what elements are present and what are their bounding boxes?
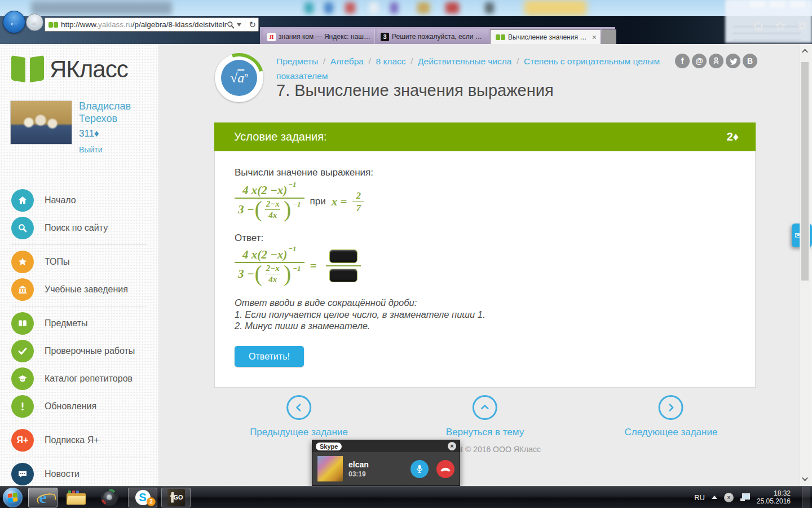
- blurred-window: [31, 1, 172, 15]
- sidebar-item-home[interactable]: Начало: [0, 186, 158, 214]
- skype-notification-badge: 2: [147, 497, 156, 506]
- mailru-icon[interactable]: @: [692, 54, 707, 68]
- logout-link[interactable]: Выйти: [79, 145, 102, 154]
- language-indicator[interactable]: RU: [694, 493, 705, 502]
- close-tab-icon[interactable]: ×: [592, 33, 597, 42]
- sidebar-item-subjects[interactable]: Предметы: [0, 309, 158, 337]
- facebook-icon[interactable]: f: [675, 54, 690, 68]
- forward-button[interactable]: →: [26, 14, 43, 31]
- sidebar-item-news[interactable]: Новости: [0, 460, 158, 488]
- sidebar-item-site-search[interactable]: Поиск по сайту: [0, 214, 158, 242]
- sidebar-nav: Начало Поиск по сайту ТОПы Учебные завед…: [0, 186, 158, 488]
- previous-task-button[interactable]: Предыдущее задание: [250, 395, 348, 438]
- taskbar-skype[interactable]: S 2: [128, 488, 157, 507]
- favorites-star-icon[interactable]: [774, 20, 787, 32]
- blurred-icon: [345, 2, 355, 14]
- tab-znanija[interactable]: 3 Решите пожалуйста, если не ...: [377, 29, 488, 44]
- submit-answer-button[interactable]: Ответить!: [235, 346, 304, 367]
- skype-call-popup[interactable]: Skype × elcan 03:19: [312, 440, 460, 486]
- book-icon: [11, 312, 34, 335]
- topic-icon: √an: [215, 54, 263, 102]
- divider: [11, 244, 147, 245]
- settings-gear-icon[interactable]: [796, 20, 809, 32]
- sidebar-item-tops[interactable]: ТОПы: [0, 248, 158, 275]
- taskbar-internet-explorer[interactable]: e: [28, 488, 58, 507]
- task-banner: Условие задания: 2♦: [214, 122, 756, 151]
- back-to-topic-button[interactable]: Вернуться в тему: [446, 395, 524, 438]
- breadcrumb-link[interactable]: Предметы: [276, 56, 330, 66]
- tab-yaklass-active[interactable]: Вычисление значения вы... ×: [490, 29, 601, 44]
- next-task-button[interactable]: Следующее задание: [625, 395, 718, 438]
- window-minimize-button-blurred[interactable]: [750, 1, 765, 8]
- taskbar-media-app[interactable]: [95, 488, 124, 507]
- sidebar-item-schools[interactable]: Учебные заведения: [0, 275, 158, 303]
- scrollbar-up-arrow[interactable]: [802, 49, 808, 53]
- mute-microphone-button[interactable]: [411, 460, 429, 478]
- bank-icon: [11, 278, 34, 301]
- search-icon[interactable]: [227, 21, 235, 29]
- blurred-icon: [390, 2, 398, 14]
- task-points-badge: 2♦: [727, 130, 739, 143]
- skype-titlebar[interactable]: Skype ×: [312, 440, 460, 452]
- blurred-icon: [417, 2, 430, 14]
- action-center-icon[interactable]: ×: [724, 493, 734, 502]
- vk-icon[interactable]: B: [743, 54, 757, 68]
- show-desktop-button[interactable]: [802, 487, 810, 508]
- url-dropdown-icon[interactable]: [237, 23, 241, 27]
- blurred-icon: [485, 2, 494, 14]
- taskbar-csgo[interactable]: GO: [161, 488, 191, 507]
- task-navigation: Предыдущее задание Вернуться в тему След…: [158, 395, 800, 480]
- tab-strip: Я знания ком — Яндекс: нашло... 3 Решите…: [260, 27, 615, 44]
- back-button[interactable]: ←: [3, 11, 25, 33]
- microphone-icon: [415, 464, 424, 474]
- yaklass-logo[interactable]: ЯКласс: [11, 55, 128, 84]
- taskbar-file-explorer[interactable]: [61, 488, 91, 507]
- scrollbar-down-arrow[interactable]: [802, 477, 808, 481]
- csgo-icon: GO: [167, 489, 185, 506]
- show-hidden-icons[interactable]: [712, 496, 717, 499]
- yandex-favicon: Я: [267, 33, 276, 41]
- main-content: √an ПредметыАлгебра8 классДействительные…: [158, 44, 800, 486]
- browser-chrome: ← → http://www.yaklass.ru/p/algebra/8-kl…: [0, 16, 812, 45]
- windows-flag-icon: [8, 492, 18, 502]
- tab-yandex-search[interactable]: Я знания ком — Яндекс: нашло...: [263, 29, 375, 44]
- chevron-left-icon[interactable]: [286, 395, 311, 420]
- sidebar-item-ya-plus[interactable]: Я+ Подписка Я+: [0, 426, 158, 454]
- blurred-icon: [369, 2, 378, 14]
- breadcrumb-link[interactable]: Действительные числа: [418, 56, 524, 66]
- window-close-button-blurred[interactable]: [791, 1, 805, 8]
- tab-label: знания ком — Яндекс: нашло...: [279, 33, 370, 41]
- tray-date: 25.05.2016: [757, 497, 791, 505]
- window-maximize-button-blurred[interactable]: [770, 1, 785, 8]
- start-button[interactable]: [3, 488, 23, 507]
- close-icon[interactable]: ×: [448, 442, 456, 450]
- numerator-input[interactable]: [329, 249, 358, 263]
- url-text[interactable]: http://www.yaklass.ru/p/algebra/8-klass/…: [61, 20, 227, 29]
- denominator-input[interactable]: [329, 269, 358, 282]
- odnoklassniki-icon[interactable]: [709, 54, 723, 68]
- yaklass-page: ЯКласс ВладиславТерехов 311♦ Выйти Начал…: [0, 44, 812, 486]
- user-block: ВладиславТерехов 311♦ Выйти: [10, 100, 151, 155]
- task-banner-label: Условие задания:: [234, 130, 327, 143]
- network-icon[interactable]: [740, 493, 750, 501]
- page-scrollbar[interactable]: [800, 44, 810, 486]
- hang-up-button[interactable]: [436, 460, 454, 478]
- address-bar[interactable]: http://www.yaklass.ru/p/algebra/8-klass/…: [45, 17, 259, 32]
- chevron-right-icon[interactable]: [659, 395, 683, 420]
- answer-formula: 4 x(2 −x)−1 3 −(2−x4x)−1 =: [235, 247, 361, 285]
- user-avatar[interactable]: [10, 100, 72, 144]
- sidebar-item-updates[interactable]: Обновления: [0, 392, 158, 420]
- chevron-up-icon[interactable]: [473, 395, 497, 420]
- twitter-icon[interactable]: [726, 54, 740, 68]
- new-tab-stub[interactable]: [602, 29, 616, 45]
- home-icon[interactable]: [752, 20, 765, 32]
- breadcrumb-link[interactable]: 8 класс: [376, 56, 418, 66]
- refresh-icon[interactable]: ↻: [249, 20, 256, 30]
- clock[interactable]: 18:32 25.05.2016: [757, 489, 791, 505]
- sidebar-item-tutors[interactable]: Каталог репетиторов: [0, 365, 158, 392]
- yaklass-favicon: [496, 34, 505, 40]
- sidebar-item-tests[interactable]: Проверочные работы: [0, 337, 158, 365]
- scrollbar-thumb[interactable]: [801, 62, 809, 281]
- media-orb-icon: [101, 489, 118, 506]
- breadcrumb-link[interactable]: Алгебра: [330, 56, 376, 66]
